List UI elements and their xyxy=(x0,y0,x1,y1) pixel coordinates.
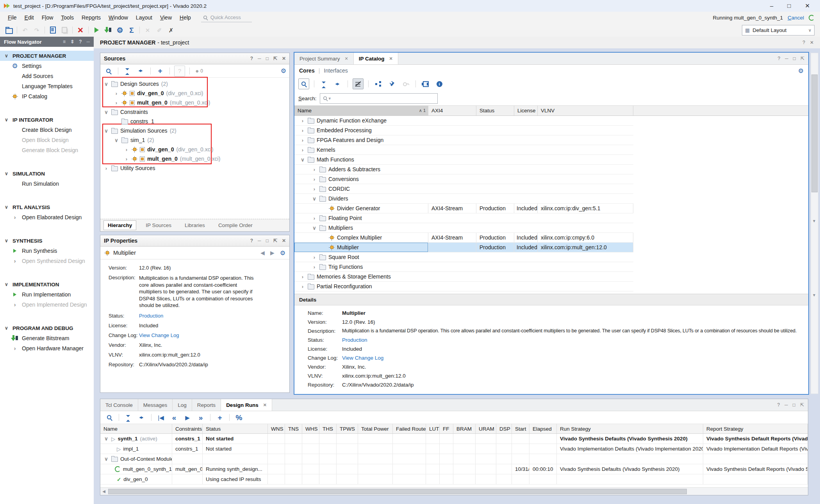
vertical-scrollbar[interactable]: ▼ ▼ xyxy=(811,53,818,394)
resume-button[interactable]: ▶ xyxy=(182,412,193,422)
catalog-search-input[interactable]: ▾ xyxy=(320,93,438,104)
minimize-icon[interactable]: ─ xyxy=(785,56,788,61)
catalog-row-floating-point[interactable]: ›Floating Point xyxy=(294,213,633,223)
field-value-change-log[interactable]: View Change Log xyxy=(342,355,383,361)
collapse-all-button[interactable] xyxy=(319,79,329,89)
catalog-row-partial-reconfiguration[interactable]: ›Partial Reconfiguration xyxy=(294,282,633,291)
column-header-run-strategy[interactable]: Run Strategy xyxy=(557,424,703,433)
float-icon[interactable]: ⇱ xyxy=(273,238,277,243)
run-row-synth-1[interactable]: ∨▷synth_1 (active)constrs_1Not startedVi… xyxy=(100,434,808,444)
flow-item-run-implementation[interactable]: Run Implementation xyxy=(0,289,94,300)
catalog-row-multipliers[interactable]: ∨Multipliers xyxy=(294,223,633,233)
license-status-button[interactable] xyxy=(401,79,411,89)
flow-item-add-sources[interactable]: Add Sources xyxy=(0,71,94,81)
search-runs-button[interactable] xyxy=(104,412,114,422)
column-header-report-strategy[interactable]: Report Strategy xyxy=(703,424,808,433)
float-icon[interactable]: ⇱ xyxy=(800,402,804,408)
run-row-impl-1[interactable]: ▷impl_1constrs_1Not startedVivado Implem… xyxy=(100,444,808,454)
sources-tab-libraries[interactable]: Libraries xyxy=(181,221,209,230)
step-back-button[interactable]: « xyxy=(169,412,179,422)
run-row-out-of-context-module-runs[interactable]: ∨Out-of-Context Module Runs xyxy=(100,454,808,464)
generate-bitstream-button[interactable] xyxy=(103,25,113,35)
menu-flow[interactable]: Flow xyxy=(38,13,57,22)
flow-item-run-synthesis[interactable]: Run Synthesis xyxy=(0,246,94,256)
collapse-all-button[interactable] xyxy=(123,412,134,422)
flow-item-ip-catalog[interactable]: IP Catalog xyxy=(0,91,94,101)
column-header-axi4[interactable]: AXI4 xyxy=(428,106,476,115)
gear-icon[interactable]: ⚙ xyxy=(280,249,285,257)
run-row-mult-gen-0-synth-1[interactable]: mult_gen_0_synth_1mult_gen_0Running synt… xyxy=(100,464,808,474)
tree-row-mult-gen-0[interactable]: ›mult_gen_0(mult_gen_0.xci) xyxy=(100,98,289,107)
minimize-icon[interactable]: – xyxy=(770,2,773,9)
flow-section-rtl-analysis[interactable]: ∨RTL ANALYSIS xyxy=(0,202,94,212)
tree-row-constraints[interactable]: ∨Constraints xyxy=(100,107,289,117)
unselect-button[interactable]: ✗ xyxy=(166,25,176,35)
flow-item-open-hardware-manager[interactable]: ›Open Hardware Manager xyxy=(0,343,94,353)
catalog-row-multiplier[interactable]: MultiplierProductionIncludedxilinx.com:i… xyxy=(294,243,633,252)
settings-button[interactable]: ⚙ xyxy=(115,25,125,35)
redo-button[interactable]: ↷ xyxy=(32,25,42,35)
flow-section-synthesis[interactable]: ∨SYNTHESIS xyxy=(0,236,94,246)
column-header-elapsed[interactable]: Elapsed xyxy=(529,424,557,433)
collapse-all-icon[interactable]: ≡ xyxy=(63,39,66,44)
menu-help[interactable]: Help xyxy=(176,13,195,22)
column-header-license[interactable]: License xyxy=(514,106,538,115)
minimize-icon[interactable]: ─ xyxy=(258,238,261,243)
flow-item-generate-block-design[interactable]: Generate Block Design xyxy=(0,145,94,155)
maximize-icon[interactable]: □ xyxy=(266,238,269,243)
flow-section-program-and-debug[interactable]: ∨PROGRAM AND DEBUG xyxy=(0,323,94,333)
flow-item-open-implemented-design[interactable]: ›Open Implemented Design xyxy=(0,300,94,310)
go-to-start-button[interactable]: |◀ xyxy=(156,412,166,422)
undo-button[interactable]: ↶ xyxy=(20,25,30,35)
catalog-row-conversions[interactable]: ›Conversions xyxy=(294,174,633,184)
help-icon[interactable]: ? xyxy=(777,402,780,408)
column-header-ths[interactable]: THS xyxy=(319,424,337,433)
menu-tools[interactable]: Tools xyxy=(57,13,78,22)
help-icon[interactable]: ? xyxy=(250,238,253,243)
layout-selector[interactable]: ▦ Default Layout ∨ xyxy=(742,25,815,35)
flow-section-project-manager[interactable]: ∨PROJECT MANAGER xyxy=(0,51,94,61)
flow-item-run-simulation[interactable]: Run Simulation xyxy=(0,179,94,189)
step-forward-button[interactable]: » xyxy=(196,412,206,422)
tab-ip-catalog[interactable]: IP Catalog✕ xyxy=(354,53,398,64)
tab-design-runs[interactable]: Design Runs✕ xyxy=(221,399,272,411)
close-icon[interactable]: ✕ xyxy=(810,40,814,45)
maximize-icon[interactable]: □ xyxy=(793,402,795,408)
cancel-run-button[interactable]: ✕ xyxy=(143,25,153,35)
help-icon[interactable]: ? xyxy=(777,56,780,61)
tab-project-summary[interactable]: Project Summary✕ xyxy=(294,53,354,64)
tab-interfaces[interactable]: Interfaces xyxy=(324,67,348,74)
menu-edit[interactable]: Edit xyxy=(21,13,38,22)
flow-item-language-templates[interactable]: Language Templates xyxy=(0,81,94,91)
close-icon[interactable]: ✕ xyxy=(263,403,267,408)
expand-all-button[interactable] xyxy=(136,66,146,76)
customize-button[interactable] xyxy=(387,79,397,89)
tab-cores[interactable]: Cores xyxy=(299,67,315,74)
maximize-icon[interactable]: □ xyxy=(266,56,269,61)
column-header-dsp[interactable]: DSP xyxy=(496,424,512,433)
column-header-wns[interactable]: WNS xyxy=(268,424,285,433)
tab-reports[interactable]: Reports xyxy=(192,399,221,411)
back-icon[interactable]: ◀ xyxy=(260,250,265,256)
scroll-left-icon[interactable]: ◀ xyxy=(100,489,107,493)
ip-details-button[interactable] xyxy=(434,79,444,89)
catalog-row-embedded-processing[interactable]: ›Embedded Processing xyxy=(294,126,633,135)
column-header-start[interactable]: Start xyxy=(512,424,529,433)
sources-tab-ip-sources[interactable]: IP Sources xyxy=(142,221,175,230)
column-header-name[interactable]: Name xyxy=(100,424,172,433)
tab-messages[interactable]: Messages xyxy=(138,399,173,411)
close-icon[interactable]: ✕ xyxy=(389,56,393,61)
close-icon[interactable]: ✕ xyxy=(282,238,286,243)
flow-item-open-block-design[interactable]: Open Block Design xyxy=(0,135,94,145)
run-row-div-gen-0[interactable]: ✓div_gen_0Using cached IP results xyxy=(100,474,808,484)
field-value-status[interactable]: Production xyxy=(139,313,163,319)
report-button[interactable]: Σ xyxy=(127,25,137,35)
flow-item-open-synthesized-design[interactable]: ›Open Synthesized Design xyxy=(0,256,94,266)
flow-item-generate-bitstream[interactable]: Generate Bitstream xyxy=(0,333,94,343)
minimize-icon[interactable]: ─ xyxy=(86,39,90,44)
horizontal-scrollbar[interactable]: ◀ xyxy=(100,487,808,495)
maximize-icon[interactable]: □ xyxy=(793,56,796,61)
tab-log[interactable]: Log xyxy=(173,399,192,411)
catalog-row-kernels[interactable]: ›Kernels xyxy=(294,145,633,155)
tree-row-design-sources[interactable]: ∨Design Sources(2) xyxy=(100,79,289,89)
